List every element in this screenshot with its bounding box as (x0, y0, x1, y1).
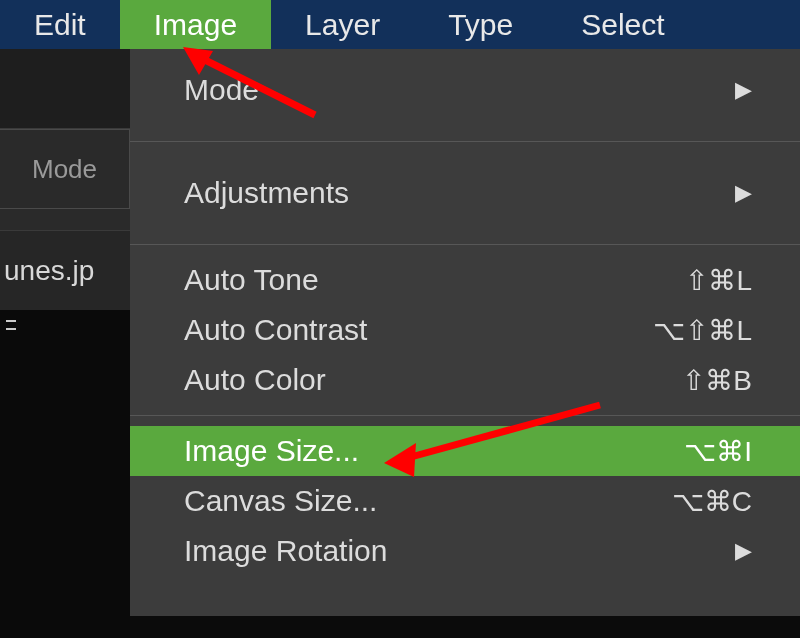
dd-mode[interactable]: Mode ▶ (130, 49, 800, 131)
panel-top (0, 49, 130, 129)
dd-canvas-size[interactable]: Canvas Size... ⌥⌘C (130, 476, 800, 526)
shortcut-text: ⌥⌘C (672, 485, 752, 518)
submenu-arrow-icon: ▶ (735, 180, 752, 206)
menu-layer[interactable]: Layer (271, 0, 414, 49)
submenu-arrow-icon: ▶ (735, 77, 752, 103)
menu-type[interactable]: Type (414, 0, 547, 49)
menu-select[interactable]: Select (547, 0, 698, 49)
dd-label: Adjustments (184, 176, 349, 210)
side-panels: Mode unes.jp (0, 49, 130, 638)
separator (130, 415, 800, 416)
menu-edit[interactable]: Edit (0, 0, 120, 49)
submenu-arrow-icon: ▶ (735, 538, 752, 564)
panel-mode-label: Mode (0, 129, 130, 209)
dd-label: Auto Contrast (184, 313, 367, 347)
menu-image[interactable]: Image (120, 0, 271, 49)
menubar: Edit Image Layer Type Select (0, 0, 800, 49)
dd-label: Auto Color (184, 363, 326, 397)
shortcut-text: ⇧⌘L (685, 264, 752, 297)
dd-image-size[interactable]: Image Size... ⌥⌘I (130, 426, 800, 476)
dd-label: Mode (184, 73, 259, 107)
image-dropdown-menu: Mode ▶ Adjustments ▶ Auto Tone ⇧⌘L Auto … (130, 49, 800, 616)
dd-label: Image Rotation (184, 534, 387, 568)
dd-auto-color[interactable]: Auto Color ⇧⌘B (130, 355, 800, 405)
document-tab[interactable]: unes.jp (0, 230, 130, 310)
document-area (0, 310, 130, 638)
dd-image-rotation[interactable]: Image Rotation ▶ (130, 526, 800, 576)
dd-adjustments[interactable]: Adjustments ▶ (130, 152, 800, 234)
dd-label: Image Size... (184, 434, 359, 468)
shortcut-text: ⌥⇧⌘L (653, 314, 752, 347)
ruler-mark-icon (6, 320, 16, 330)
dd-label: Canvas Size... (184, 484, 377, 518)
shortcut-text: ⇧⌘B (682, 364, 752, 397)
separator (130, 244, 800, 245)
dd-label: Auto Tone (184, 263, 319, 297)
shortcut-text: ⌥⌘I (684, 435, 752, 468)
dd-auto-tone[interactable]: Auto Tone ⇧⌘L (130, 255, 800, 305)
dd-auto-contrast[interactable]: Auto Contrast ⌥⇧⌘L (130, 305, 800, 355)
separator (130, 141, 800, 142)
